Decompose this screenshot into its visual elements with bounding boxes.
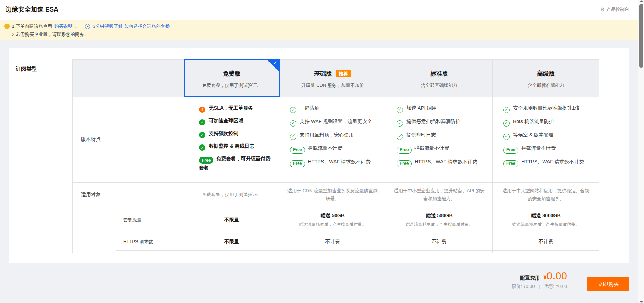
original-price-label: 原价:	[512, 284, 522, 289]
audience-row: 适用对象 免费套餐，仅用于测试验证。适用于 CDN 流量型加速业务以及流量防盗刷…	[73, 182, 599, 207]
feature-text: 数据监控 & 离线日志	[209, 143, 254, 149]
scrollbar-thumb[interactable]	[639, 4, 643, 68]
warning-icon: !	[4, 24, 10, 29]
feature-text: 支持 WAF 规则设置，流量更安全	[300, 118, 372, 124]
plan-name-row: 标准版	[386, 70, 492, 78]
traffic-sub-note: 赠送流量耗尽后，产生按量后付费。	[493, 221, 599, 227]
feature-item: Free免费套餐，可升级至付费套餐	[199, 155, 271, 172]
plan-name: 基础版	[314, 70, 332, 78]
plan-header-basic[interactable]: 基础版推荐升级版 CDN 服务，加量不加价	[279, 59, 386, 97]
traffic-cell-free: 不限量	[184, 207, 279, 233]
check-outline-icon: ✓	[290, 120, 296, 127]
features-cell-basic: ✓一键防刷✓支持 WAF 规则设置，流量更安全✓支持用量封顶，安心使用Free拦…	[279, 97, 386, 182]
feature-text: 安全规则数量比标准版提升1倍	[513, 105, 580, 111]
traffic-row-label: 套餐流量	[116, 207, 184, 233]
original-price-value: ¥0.00	[523, 284, 535, 289]
feature-text: 加速 API 调用	[406, 105, 437, 111]
feature-text: HTTPS、WAF 请求数不计费	[414, 159, 477, 165]
traffic-row: 套餐流量 不限量赠送 50GB赠送流量耗尽后，产生按量后付费。赠送 500GB赠…	[73, 207, 599, 233]
feature-text: Bots 机器流量防护	[513, 118, 554, 124]
free-outline-badge: Free	[397, 160, 412, 167]
features-row-label: 版本特点	[73, 97, 184, 182]
free-outline-badge: Free	[503, 160, 518, 167]
fee-amount: 0.00	[547, 270, 567, 282]
feature-item: ✓Bots 机器流量防护	[503, 117, 591, 127]
feature-text: 拦截流量不计费	[308, 145, 342, 151]
features-cell-standard: ✓加速 API 调用✓提供恶意扫描和漏洞防护✓提供即时日志Free拦截流量不计费…	[386, 97, 493, 182]
scroll-up-arrow-icon[interactable]	[640, 0, 643, 2]
feature-item: ✓一键防刷	[290, 104, 377, 113]
feature-text: 支持用量封顶，安心使用	[300, 132, 354, 137]
traffic-cell-basic: 赠送 50GB赠送流量耗尽后，产生按量后付费。	[279, 207, 386, 233]
https-row-label: HTTPS 请求数	[116, 233, 184, 250]
feature-text: 可加速全球区域	[209, 118, 243, 123]
plan-table: 免费版免费套餐，仅用于测试验证。✓基础版推荐升级版 CDN 服务，加量不加价标准…	[72, 59, 600, 253]
traffic-main-value: 赠送 3000GB	[493, 213, 599, 219]
free-outline-badge: Free	[503, 147, 518, 154]
clipped-row-label	[116, 250, 184, 253]
check-outline-icon: ✓	[290, 134, 296, 140]
fee-summary: 配置费用: ¥ 0.00 原价: ¥0.00 | 优惠: ¥0.00	[512, 270, 567, 290]
selected-check-icon: ✓	[274, 60, 278, 65]
free-outline-badge: Free	[290, 160, 305, 167]
feature-text: 拦截流量不计费	[521, 145, 556, 151]
video-guide-link[interactable]: 3分钟视频了解 如何选择合适您的套餐	[93, 23, 170, 30]
clipped-cell-standard	[386, 250, 493, 253]
feature-item: Free拦截流量不计费	[290, 144, 377, 154]
plan-header-advanced[interactable]: 高级版含全部标准版能力	[493, 59, 599, 97]
check-outline-icon: ✓	[290, 107, 296, 113]
https-cell-basic: 不计费	[279, 233, 386, 250]
audience-row-label: 适用对象	[73, 182, 184, 207]
feature-item: ✓安全规则数量比标准版提升1倍	[503, 104, 591, 113]
plan-name: 高级版	[537, 70, 555, 78]
feature-text: 提供即时日志	[406, 132, 436, 137]
plan-name: 标准版	[430, 70, 448, 78]
audience-cell-basic: 适用于 CDN 流量型加速业务以及流量防盗刷场景。	[279, 182, 386, 207]
feature-item: FreeHTTPS、WAF 请求数不计费	[290, 158, 377, 167]
feature-item: ✓提供即时日志	[397, 131, 484, 140]
features-cell-advanced: ✓安全规则数量比标准版提升1倍✓Bots 机器流量防护✓等候室 & 版本管理Fr…	[493, 97, 599, 182]
play-video-icon[interactable]	[85, 24, 90, 29]
feature-text: 拦截流量不计费	[414, 145, 449, 151]
notice-line2: 2.若需购买企业版，请联系您的商务。	[12, 31, 89, 38]
check-icon: ✓	[199, 132, 205, 138]
vertical-scrollbar[interactable]	[638, 0, 644, 303]
feature-item: !无SLA，无工单服务	[199, 104, 271, 113]
fee-currency: ¥	[544, 275, 547, 281]
feature-text: 提供恶意扫描和漏洞防护	[406, 118, 460, 124]
https-cell-standard: 不计费	[386, 233, 493, 250]
discount-label: 优惠:	[544, 284, 555, 289]
audience-cell-advanced: 适用于中大型网站和应用，提供稳定、合规的安全加速服务。	[493, 182, 599, 207]
check-outline-icon: ✓	[397, 120, 403, 127]
traffic-sub-note: 赠送流量耗尽后，产生按量后付费。	[386, 221, 492, 227]
free-outline-badge: Free	[397, 147, 412, 154]
product-console-link[interactable]: ⚙ 产品控制台	[600, 6, 629, 13]
gear-icon: ⚙	[600, 7, 605, 12]
feature-item: FreeHTTPS、WAF 请求数不计费	[397, 158, 484, 167]
feature-text: 等候室 & 版本管理	[513, 132, 553, 137]
subscription-type-label: 订阅类型	[16, 66, 37, 72]
plan-header-free[interactable]: 免费版免费套餐，仅用于测试验证。✓	[184, 59, 279, 97]
clipped-cell-basic	[279, 250, 386, 253]
feature-text: 支持频次控制	[209, 130, 238, 136]
feature-item: ✓可加速全球区域	[199, 117, 271, 125]
traffic-cell-advanced: 赠送 3000GB赠送流量耗尽后，产生按量后付费。	[493, 207, 599, 233]
price-separator: |	[539, 284, 540, 289]
feature-item: ✓数据监控 & 离线日志	[199, 142, 271, 151]
feature-item: ✓等候室 & 版本管理	[503, 131, 591, 140]
https-row: HTTPS 请求数 不限量不计费不计费不计费	[73, 233, 599, 250]
plan-name-row: 免费版	[185, 70, 279, 78]
header-blank-cell	[73, 59, 184, 97]
warning-icon: !	[199, 107, 205, 113]
purchase-guide-link[interactable]: 购买说明	[54, 23, 73, 30]
plan-header-standard[interactable]: 标准版含全部基础版能力	[386, 59, 493, 97]
clipped-cell-advanced	[493, 250, 599, 253]
clipped-row	[73, 250, 599, 253]
feature-text: 一键防刷	[300, 105, 319, 111]
top-bar: 边缘安全加速 ESA ⚙ 产品控制台	[0, 0, 644, 20]
scroll-down-arrow-icon[interactable]	[640, 301, 643, 303]
buy-now-button[interactable]: 立即购买	[587, 277, 629, 291]
price-detail-line: 原价: ¥0.00 | 优惠: ¥0.00	[512, 283, 567, 290]
check-outline-icon: ✓	[503, 107, 510, 113]
plan-subtitle: 含全部基础版能力	[386, 82, 492, 89]
